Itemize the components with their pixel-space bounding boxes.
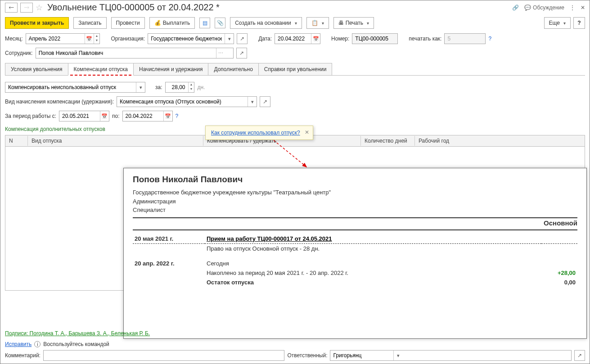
signatures-link[interactable]: Подписи: Погодина Т. А., Барышева З. А.,… xyxy=(5,330,150,337)
save-button[interactable]: Записать xyxy=(73,17,106,29)
days-field[interactable] xyxy=(166,82,188,92)
signatures-text[interactable]: Подписи: Погодина Т. А., Барышева З. А.,… xyxy=(5,330,150,337)
fix-row: Исправить i Воспользуйтесь командой xyxy=(5,341,109,347)
info-icon: i xyxy=(34,341,41,347)
report-row: Право на отпуск Основной отпуск - 28 дн. xyxy=(133,243,577,253)
pay-button[interactable]: 💰 Выплатить xyxy=(149,17,195,29)
favorite-icon[interactable]: ☆ xyxy=(36,3,43,13)
resp-field[interactable] xyxy=(330,351,393,360)
r2-desc: Накоплено за период 20 мая 2021 г. - 20 … xyxy=(205,268,541,278)
th-n: N xyxy=(5,136,28,146)
employee-input[interactable]: ⋯ xyxy=(36,48,234,58)
period-from-field[interactable] xyxy=(59,111,100,121)
copy-icon: 📋 xyxy=(311,20,318,26)
period-to-input[interactable]: 📅 xyxy=(122,111,173,121)
r1-link[interactable]: Прием на работу ТЦ00-000017 от 24.05.202… xyxy=(207,235,332,242)
calendar-icon[interactable]: 📅 xyxy=(311,34,320,44)
pay-label: Выплатить xyxy=(163,20,190,26)
accrual-input[interactable]: ▾ xyxy=(117,96,257,107)
chevron-down-icon[interactable]: ▾ xyxy=(248,97,257,107)
fix-hint: Воспользуйтесь командой xyxy=(43,341,109,347)
print-button[interactable]: 🖶 Печать xyxy=(333,17,374,29)
tab-compensation[interactable]: Компенсации отпуска xyxy=(68,63,134,76)
calendar-icon[interactable]: 📅 xyxy=(163,111,172,121)
month-input[interactable]: 📅 ▲▼ xyxy=(26,33,100,44)
chevron-down-icon[interactable]: ▾ xyxy=(136,82,145,92)
number-field[interactable] xyxy=(352,34,397,44)
date-field[interactable] xyxy=(275,34,311,44)
org-input[interactable]: ▾ xyxy=(148,33,234,44)
main-toolbar: Провести и закрыть Записать Провести 💰 В… xyxy=(0,14,590,31)
period-from-input[interactable]: 📅 xyxy=(59,111,109,121)
chevron-down-icon[interactable]: ▾ xyxy=(393,351,402,360)
calendar-icon[interactable]: 📅 xyxy=(100,111,109,121)
number-input[interactable] xyxy=(352,33,398,44)
accrual-field[interactable] xyxy=(117,97,248,107)
days-input[interactable]: ▲▼ xyxy=(165,82,195,93)
kebab-icon[interactable]: ⋮ xyxy=(570,4,575,11)
number-label: Номер: xyxy=(331,36,349,42)
th-type: Вид отпуска xyxy=(28,136,203,146)
accrual-open-icon[interactable]: ↗ xyxy=(260,96,270,107)
month-spinner[interactable]: ▲▼ xyxy=(94,34,100,44)
printas-field[interactable] xyxy=(445,34,485,44)
days-spinner[interactable]: ▲▼ xyxy=(188,82,194,92)
link-icon[interactable]: 🔗 xyxy=(512,4,519,11)
comp-type-input[interactable]: ▾ xyxy=(5,82,145,93)
org-open-icon[interactable]: ↗ xyxy=(237,33,248,44)
copy-dropdown-button[interactable]: 📋 xyxy=(306,17,329,29)
resp-input[interactable]: ▾ xyxy=(330,350,572,361)
employee-open-icon[interactable]: ↗ xyxy=(236,48,247,58)
date-input[interactable]: 📅 xyxy=(275,33,320,44)
resp-open-icon[interactable]: ↗ xyxy=(574,350,585,361)
post-button[interactable]: Провести xyxy=(111,17,145,29)
r1-desc: Право на отпуск Основной отпуск - 28 дн. xyxy=(205,243,541,253)
tab-accruals[interactable]: Начисления и удержания xyxy=(133,63,208,75)
discuss-button[interactable]: 💬 Обсуждение xyxy=(524,4,564,11)
period-to-field[interactable] xyxy=(123,111,163,121)
fix-link[interactable]: Исправить xyxy=(5,341,32,347)
close-icon[interactable]: ✕ xyxy=(305,129,309,135)
attach-icon[interactable]: 📎 xyxy=(215,18,225,28)
comment-input[interactable] xyxy=(43,350,285,361)
create-based-button[interactable]: Создать на основании xyxy=(230,17,302,29)
po-label: по: xyxy=(112,113,120,119)
r2-title: Сегодня xyxy=(205,259,541,268)
org-field[interactable] xyxy=(148,34,225,44)
usage-link[interactable]: Как сотрудник использовал отпуск? xyxy=(211,130,300,136)
employee-field[interactable] xyxy=(36,48,216,58)
ellipsis-icon[interactable]: ⋯ xyxy=(216,48,225,58)
more-button[interactable]: Еще xyxy=(544,17,571,29)
th-days: Количество дней xyxy=(361,136,415,146)
tab-additional[interactable]: Дополнительно xyxy=(208,63,258,75)
form-icon-button[interactable]: ▤ xyxy=(199,18,210,28)
employee-label: Сотрудник: xyxy=(5,50,33,56)
comp-type-field[interactable] xyxy=(5,82,136,92)
r1-date: 20 мая 2021 г. xyxy=(133,234,205,244)
report-table: 20 мая 2021 г. Прием на работу ТЦ00-0000… xyxy=(133,234,577,287)
tab-references[interactable]: Справки при увольнении xyxy=(258,63,333,75)
calendar-icon[interactable]: 📅 xyxy=(85,34,94,44)
accrual-label: Вид начисления компенсации (удержания): xyxy=(5,99,114,105)
month-field[interactable] xyxy=(26,34,85,44)
row-month-org: Месяц: 📅 ▲▼ Организация: ▾ ↗ Дата: 📅 Ном… xyxy=(0,31,590,46)
discuss-label: Обсуждение xyxy=(533,4,564,11)
report-name: Попов Николай Павлович xyxy=(133,175,577,184)
chevron-down-icon[interactable]: ▾ xyxy=(225,34,234,44)
help-button[interactable]: ? xyxy=(573,17,585,29)
r2-val: +28,00 xyxy=(541,268,577,278)
comment-label: Комментарий: xyxy=(5,352,41,359)
report-dept: Администрация xyxy=(133,197,577,206)
period-help-icon[interactable]: ? xyxy=(176,113,179,119)
row-employee: Сотрудник: ⋯ ↗ xyxy=(0,46,590,60)
help-icon[interactable]: ? xyxy=(488,36,491,42)
nav-back-button[interactable]: 🡐 xyxy=(5,3,18,13)
close-icon[interactable]: ✕ xyxy=(581,4,585,11)
post-close-button[interactable]: Провести и закрыть xyxy=(5,17,69,29)
comment-field[interactable] xyxy=(44,351,284,360)
tab-conditions[interactable]: Условия увольнения xyxy=(5,63,68,75)
printas-input[interactable] xyxy=(444,33,486,44)
report-org: Государственное бюджетное учреждение кул… xyxy=(133,188,577,197)
nav-forward-button[interactable]: 🡒 xyxy=(20,3,33,13)
period-label: За период работы с: xyxy=(5,113,56,119)
